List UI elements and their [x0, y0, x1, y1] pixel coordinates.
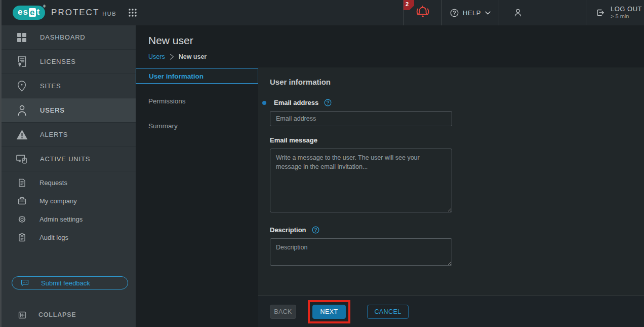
next-button[interactable]: NEXT [312, 305, 346, 319]
sidebar-item-audit-logs[interactable]: Audit logs [2, 228, 136, 246]
description-help-icon[interactable] [312, 226, 319, 234]
chevron-down-icon [485, 11, 491, 15]
sidebar-item-admin-settings[interactable]: Admin settings [2, 210, 136, 228]
product-suffix: HUB [102, 11, 116, 17]
sidebar-item-active-units[interactable]: ACTIVE UNITS [2, 147, 136, 171]
notifications-button[interactable]: 2 [403, 0, 441, 25]
sidebar-item-label: USERS [40, 106, 65, 114]
briefcase-icon [18, 197, 26, 205]
annotation-highlight: NEXT [308, 300, 350, 323]
email-message-label: Email message [270, 136, 317, 144]
form-panel: User information Email address [258, 67, 644, 327]
sidebar-item-my-company[interactable]: My company [2, 192, 136, 210]
step-permissions[interactable]: Permissions [136, 93, 258, 109]
feedback-bubble-icon [21, 279, 29, 286]
help-menu[interactable]: HELP [441, 0, 499, 25]
sidebar-item-label: Requests [39, 179, 67, 187]
gear-icon [18, 215, 26, 224]
logout-icon [595, 8, 606, 18]
logo-text-left: es [18, 7, 28, 17]
breadcrumb: Users New user [148, 53, 644, 60]
feedback-label: Submit feedback [41, 279, 90, 287]
help-label: HELP [463, 9, 481, 17]
required-dot [262, 101, 266, 105]
breadcrumb-current: New user [179, 53, 207, 60]
sidebar-item-label: SITES [40, 82, 61, 90]
logo-text-right: t [36, 7, 40, 17]
content-row: User information Permissions Summary Use… [136, 67, 644, 327]
sidebar-item-label: My company [39, 197, 77, 205]
back-button[interactable]: BACK [270, 305, 296, 319]
user-avatar-icon [513, 8, 522, 17]
collapse-label: COLLAPSE [38, 311, 76, 318]
sidebar-item-label: Audit logs [39, 234, 68, 241]
logout-button[interactable]: LOG OUT > 5 min [586, 0, 644, 25]
page-header: New user Users New user [136, 25, 644, 67]
logout-label: LOG OUT [611, 5, 642, 13]
sidebar-item-label: ALERTS [40, 131, 68, 138]
notification-bell-icon [413, 5, 432, 21]
description-label: Description [270, 226, 306, 234]
logo-text-mid: e [29, 8, 36, 17]
clipboard-icon [18, 233, 26, 242]
topbar-actions: 2 [403, 0, 644, 25]
message-label-row: Email message [270, 136, 644, 144]
sidebar-item-alerts[interactable]: ALERTS [2, 123, 136, 147]
sidebar-item-label: ACTIVE UNITS [40, 155, 90, 163]
help-circle-icon [450, 9, 459, 17]
warning-triangle-icon [16, 129, 28, 140]
dashboard-grid-icon [16, 32, 28, 43]
sidebar-item-requests[interactable]: Requests [2, 173, 136, 192]
page-title: New user [148, 34, 644, 47]
person-icon [16, 104, 28, 116]
sidebar-item-label: Admin settings [39, 215, 83, 223]
document-icon [18, 178, 26, 187]
breadcrumb-users-link[interactable]: Users [148, 53, 165, 60]
sidebar-bottom: Submit feedback COLLAPSE [2, 276, 136, 327]
sidebar-item-label: DASHBOARD [40, 33, 86, 41]
email-help-icon[interactable] [324, 99, 332, 106]
logout-timer: > 5 min [611, 13, 642, 20]
submit-feedback-button[interactable]: Submit feedback [12, 276, 128, 289]
sidebar-item-users[interactable]: USERS [2, 98, 136, 123]
email-message-textarea[interactable] [270, 149, 452, 212]
sidebar: DASHBOARD LICENSES SITES [2, 25, 136, 327]
sidebar-item-dashboard[interactable]: DASHBOARD [2, 25, 136, 50]
product-name: PROTECT [51, 8, 99, 18]
cancel-button[interactable]: CANCEL [367, 305, 409, 319]
sidebar-item-sites[interactable]: SITES [2, 74, 136, 98]
account-button[interactable] [499, 0, 586, 25]
chevron-right-icon [170, 54, 174, 60]
email-label: Email address [274, 99, 318, 106]
eset-logo: eset ® [13, 6, 45, 20]
collapse-button[interactable]: COLLAPSE [2, 304, 136, 326]
logout-text: LOG OUT > 5 min [611, 5, 642, 20]
devices-icon [16, 154, 28, 165]
step-user-information[interactable]: User information [136, 68, 258, 84]
wizard-footer: BACK NEXT CANCEL [258, 296, 644, 327]
description-textarea[interactable] [270, 238, 452, 266]
registered-mark: ® [43, 5, 46, 8]
form-section-heading: User information [270, 78, 644, 86]
wizard-step-nav: User information Permissions Summary [136, 67, 258, 327]
description-label-row: Description [270, 226, 644, 234]
step-summary[interactable]: Summary [136, 118, 258, 134]
brand-area: eset ® PROTECT HUB [2, 0, 403, 25]
email-address-input[interactable] [270, 111, 452, 126]
main-content: New user Users New user User information… [136, 25, 644, 327]
email-label-row: Email address [270, 99, 644, 106]
app-grid-icon[interactable] [128, 8, 138, 18]
collapse-icon [18, 311, 26, 319]
license-certificate-icon [16, 56, 28, 67]
sidebar-item-label: LICENSES [40, 58, 76, 65]
location-pin-icon [16, 80, 28, 92]
user-information-form: User information Email address [258, 67, 644, 296]
sidebar-item-licenses[interactable]: LICENSES [2, 50, 136, 74]
app-window: eset ® PROTECT HUB 2 [0, 0, 644, 327]
topbar: eset ® PROTECT HUB 2 [2, 0, 644, 25]
